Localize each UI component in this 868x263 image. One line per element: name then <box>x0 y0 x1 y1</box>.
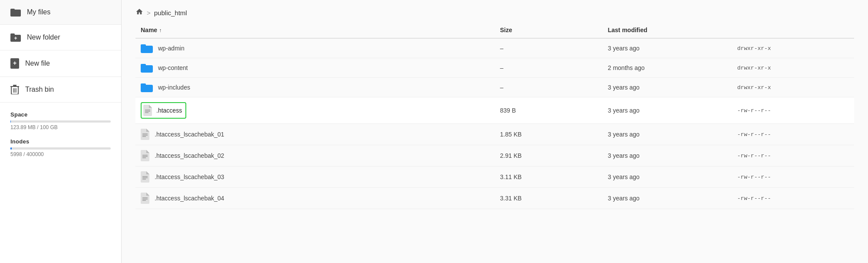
main-content: > public_html Name↑ Size Last modified <box>122 0 868 263</box>
svg-text:+: + <box>14 35 17 41</box>
table-row[interactable]: .htaccess_lscachebak_02 2.91 KB3 years a… <box>135 145 854 166</box>
sidebar-item-new-folder[interactable]: + New folder <box>0 25 121 50</box>
file-permissions: -rw-r--r-- <box>732 97 854 124</box>
file-size: – <box>495 78 603 97</box>
sidebar-item-trash-bin-label: Trash bin <box>25 86 54 93</box>
svg-rect-16 <box>141 64 146 67</box>
file-name-row: wp-includes <box>141 83 490 92</box>
file-name-label: .htaccess_lscachebak_02 <box>155 152 224 159</box>
inodes-title: Inodes <box>10 138 111 145</box>
breadcrumb-home-icon[interactable] <box>135 8 143 18</box>
file-size: 1.85 KB <box>495 124 603 145</box>
sidebar-item-trash-bin[interactable]: Trash bin <box>0 77 121 103</box>
file-modified: 3 years ago <box>603 188 732 209</box>
plus-file-icon: + <box>10 58 19 69</box>
folder-icon <box>141 63 153 73</box>
table-row[interactable]: wp-admin –3 years agodrwxr-xr-x <box>135 38 854 58</box>
file-name-cell: .htaccess_lscachebak_04 <box>135 188 495 209</box>
table-row[interactable]: wp-includes –3 years agodrwxr-xr-x <box>135 78 854 97</box>
file-permissions: -rw-r--r-- <box>732 124 854 145</box>
breadcrumb-separator: > <box>147 9 151 17</box>
file-modified: 3 years ago <box>603 78 732 97</box>
file-name-label: wp-includes <box>158 84 190 91</box>
file-size: 839 B <box>495 97 603 124</box>
col-modified[interactable]: Last modified <box>603 22 732 38</box>
breadcrumb-current: public_html <box>154 9 187 17</box>
file-doc-icon <box>143 105 152 116</box>
file-permissions: drwxr-xr-x <box>732 38 854 58</box>
file-name-label: wp-content <box>158 64 188 71</box>
file-name-cell: .htaccess <box>135 97 495 124</box>
file-size: – <box>495 58 603 78</box>
file-permissions: -rw-r--r-- <box>732 188 854 209</box>
file-size: 2.91 KB <box>495 145 603 166</box>
file-doc-icon <box>141 150 149 161</box>
space-title: Space <box>10 111 111 118</box>
file-name-label: .htaccess <box>156 107 182 114</box>
file-table: Name↑ Size Last modified wp-admin –3 yea… <box>135 22 854 209</box>
file-name-cell: wp-admin <box>135 38 495 58</box>
file-modified: 3 years ago <box>603 97 732 124</box>
trash-icon <box>10 85 19 94</box>
col-size[interactable]: Size <box>495 22 603 38</box>
file-doc-icon <box>141 193 149 204</box>
file-size: – <box>495 38 603 58</box>
table-row[interactable]: .htaccess_lscachebak_03 3.11 KB3 years a… <box>135 166 854 188</box>
file-modified: 3 years ago <box>603 145 732 166</box>
file-name-cell: wp-includes <box>135 78 495 97</box>
sidebar: My files + New folder + New file <box>0 0 122 263</box>
file-table-container: Name↑ Size Last modified wp-admin –3 yea… <box>122 22 868 263</box>
table-row[interactable]: .htaccess 839 B3 years ago-rw-r--r-- <box>135 97 854 124</box>
table-header-row: Name↑ Size Last modified <box>135 22 854 38</box>
inodes-progress-fill <box>10 147 12 150</box>
sidebar-item-my-files[interactable]: My files <box>0 0 121 25</box>
file-size: 3.11 KB <box>495 166 603 188</box>
space-used-label: 123.89 MB / 100 GB <box>10 124 111 130</box>
col-perms <box>732 22 854 38</box>
svg-rect-9 <box>13 85 17 86</box>
col-name[interactable]: Name↑ <box>135 22 495 38</box>
file-name-cell: wp-content <box>135 58 495 78</box>
sidebar-item-my-files-label: My files <box>27 8 50 16</box>
file-name-row: .htaccess_lscachebak_01 <box>141 129 490 140</box>
plus-folder-icon: + <box>10 33 21 42</box>
sidebar-item-new-folder-label: New folder <box>27 33 60 41</box>
file-name-row: .htaccess_lscachebak_02 <box>141 150 490 161</box>
sort-arrow-icon: ↑ <box>159 27 162 33</box>
file-name-label: .htaccess_lscachebak_01 <box>155 131 224 138</box>
svg-rect-1 <box>10 9 15 11</box>
file-size: 3.31 KB <box>495 188 603 209</box>
file-table-body: wp-admin –3 years agodrwxr-xr-x wp-conte… <box>135 38 854 209</box>
table-row[interactable]: .htaccess_lscachebak_01 1.85 KB3 years a… <box>135 124 854 145</box>
table-row[interactable]: wp-content –2 months agodrwxr-xr-x <box>135 58 854 78</box>
file-modified: 3 years ago <box>603 38 732 58</box>
svg-text:+: + <box>13 60 17 67</box>
folder-icon <box>141 83 153 92</box>
file-doc-icon <box>141 129 149 140</box>
file-permissions: -rw-r--r-- <box>732 166 854 188</box>
file-permissions: drwxr-xr-x <box>732 58 854 78</box>
file-name-label: .htaccess_lscachebak_04 <box>155 195 224 202</box>
sidebar-item-new-file-label: New file <box>25 60 50 67</box>
file-permissions: -rw-r--r-- <box>732 145 854 166</box>
svg-rect-18 <box>141 83 146 87</box>
file-name-row: .htaccess_lscachebak_04 <box>141 193 490 204</box>
folder-icon <box>10 8 21 17</box>
file-name-cell: .htaccess_lscachebak_03 <box>135 166 495 188</box>
space-section: Space 123.89 MB / 100 GB Inodes 5998 / 4… <box>0 103 121 165</box>
file-name-label: .htaccess_lscachebak_03 <box>155 173 224 180</box>
folder-icon <box>141 43 153 53</box>
table-row[interactable]: .htaccess_lscachebak_04 3.31 KB3 years a… <box>135 188 854 209</box>
file-modified: 3 years ago <box>603 124 732 145</box>
inodes-used-label: 5998 / 400000 <box>10 151 111 157</box>
file-name-row: wp-content <box>141 63 490 73</box>
sidebar-item-new-file[interactable]: + New file <box>0 50 121 77</box>
file-doc-icon <box>141 171 149 183</box>
file-name-cell: .htaccess_lscachebak_02 <box>135 145 495 166</box>
file-modified: 2 months ago <box>603 58 732 78</box>
file-name-row: .htaccess_lscachebak_03 <box>141 171 490 183</box>
file-name-label: wp-admin <box>158 45 185 52</box>
file-name-cell: .htaccess_lscachebak_01 <box>135 124 495 145</box>
inodes-progress-bg <box>10 147 111 150</box>
selected-highlight: .htaccess <box>141 102 186 119</box>
